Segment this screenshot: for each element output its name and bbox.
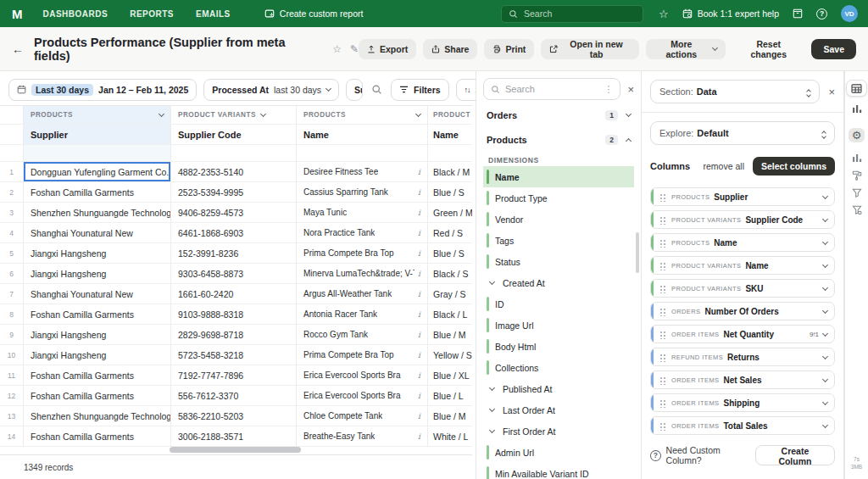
cell-supplier[interactable]: Shanghai Younatural New xyxy=(24,223,171,243)
chevron-down-icon[interactable] xyxy=(822,376,828,382)
dimension-item[interactable]: Image Url xyxy=(483,315,634,336)
info-icon[interactable]: i xyxy=(415,188,420,197)
cell-supplier[interactable]: Jiangxi Hangsheng xyxy=(24,243,171,264)
dimension-item[interactable]: Published At xyxy=(483,378,634,399)
column-header-supplier[interactable]: Supplier xyxy=(24,125,171,145)
close-icon[interactable]: × xyxy=(627,84,634,95)
column-filter-input[interactable] xyxy=(24,145,171,162)
cell-variant-name[interactable]: Gray / S xyxy=(428,284,472,304)
star-icon[interactable]: ☆ xyxy=(659,8,669,19)
open-in-new-tab-button[interactable]: Open in new tab xyxy=(541,39,638,59)
cell-variant-name[interactable]: Blue / S xyxy=(428,182,472,203)
cell-variant-name[interactable]: Red / S xyxy=(428,223,472,243)
remove-all-link[interactable]: remove all xyxy=(704,161,744,171)
dimension-item[interactable]: Status xyxy=(483,251,634,272)
column-group-header[interactable]: PRODUCTS xyxy=(24,106,171,125)
search-icon[interactable] xyxy=(371,84,382,95)
drag-handle-icon[interactable] xyxy=(659,398,665,408)
drag-handle-icon[interactable] xyxy=(659,330,665,339)
column-header-variant-name[interactable]: Name xyxy=(428,125,472,145)
filter-funnel-icon[interactable] xyxy=(852,188,862,198)
cell-supplier[interactable]: Foshan Camilla Garments xyxy=(24,304,171,325)
close-icon[interactable]: × xyxy=(828,86,835,97)
dimension-item[interactable]: ID xyxy=(483,293,634,315)
select-columns-button[interactable]: Select columns xyxy=(753,157,835,175)
dimension-item[interactable]: Name xyxy=(483,166,634,187)
chevron-down-icon[interactable] xyxy=(822,353,828,359)
chevron-down-icon[interactable] xyxy=(260,111,266,117)
chevron-down-icon[interactable] xyxy=(822,307,828,313)
cell-product-name[interactable]: Desiree Fitness Tee i xyxy=(297,162,428,182)
explore-select[interactable]: Explore: Default xyxy=(650,121,835,145)
chevron-down-icon[interactable] xyxy=(415,111,421,117)
info-icon[interactable]: i xyxy=(415,371,420,380)
help-icon[interactable]: ? xyxy=(816,8,827,19)
date-range-filter[interactable]: Last 30 days Jan 12 – Feb 11, 2025 xyxy=(8,79,197,101)
table-view-button[interactable] xyxy=(846,80,867,97)
column-chip[interactable]: PRODUCTS Supplier xyxy=(650,187,835,206)
drag-handle-icon[interactable] xyxy=(659,215,665,225)
cell-supplier-code[interactable]: 9103-9888-8318 xyxy=(171,304,297,325)
cell-product-name[interactable]: Nora Practice Tank i xyxy=(297,223,428,243)
vertical-scrollbar[interactable] xyxy=(636,232,639,273)
drag-handle-icon[interactable] xyxy=(659,307,665,316)
column-chip[interactable]: PRODUCTS Name xyxy=(650,233,835,252)
book-expert-help-button[interactable]: Book 1:1 expert help xyxy=(682,8,779,19)
nav-emails[interactable]: EMAILS xyxy=(196,9,231,19)
paint-roller-icon[interactable] xyxy=(852,170,862,181)
info-icon[interactable]: i xyxy=(415,351,420,359)
cell-product-name[interactable]: Erica Evercool Sports Bra i xyxy=(297,386,428,406)
cell-supplier[interactable]: Shenzhen Shunguangde Technology xyxy=(24,203,171,223)
cell-variant-name[interactable]: Green / M xyxy=(428,203,472,223)
drag-handle-icon[interactable] xyxy=(659,421,665,431)
column-chip[interactable]: PRODUCT VARIANTS SKU xyxy=(650,279,835,298)
chevron-down-icon[interactable] xyxy=(822,238,828,244)
dimensions-search-input[interactable]: Search ⋮ xyxy=(483,78,620,100)
cell-supplier-code[interactable]: 4882-2353-5140 xyxy=(171,162,297,182)
chevron-down-icon[interactable] xyxy=(822,398,828,404)
chart-settings-icon[interactable] xyxy=(852,153,862,163)
column-filter-input[interactable] xyxy=(428,145,472,162)
dimension-item[interactable]: Created At xyxy=(483,272,634,293)
cell-variant-name[interactable]: Yellow / S xyxy=(428,345,472,365)
cell-product-name[interactable]: Erica Evercool Sports Bra i xyxy=(297,365,428,386)
dimension-item[interactable]: Last Order At xyxy=(483,399,634,421)
info-icon[interactable]: i xyxy=(415,209,420,217)
cell-supplier-code[interactable]: 3006-2188-3571 xyxy=(171,426,297,447)
cell-supplier[interactable]: Foshan Camilla Garments xyxy=(24,182,171,203)
nav-reports[interactable]: REPORTS xyxy=(130,9,174,19)
cell-supplier-code[interactable]: 6461-1868-6903 xyxy=(171,223,297,243)
chevron-down-icon[interactable] xyxy=(822,330,828,336)
kebab-menu-icon[interactable]: ⋮ xyxy=(604,84,613,95)
create-custom-report-button[interactable]: Create custom report xyxy=(264,8,364,19)
chevron-down-icon[interactable] xyxy=(822,284,828,290)
cell-supplier-code[interactable]: 2829-9698-8718 xyxy=(171,325,297,345)
cell-supplier[interactable]: Jiangxi Hangsheng xyxy=(24,325,171,345)
cell-product-name[interactable]: Minerva LumaTech&trade; V-Tee i xyxy=(297,264,428,284)
cell-product-name[interactable]: Chloe Compete Tank i xyxy=(297,406,428,426)
info-icon[interactable]: i xyxy=(415,249,420,258)
supplier-filter[interactable]: Supplier is not blank xyxy=(346,79,363,101)
cell-supplier-code[interactable]: 9303-6458-8873 xyxy=(171,264,297,284)
cell-variant-name[interactable]: Blue / S xyxy=(428,243,472,264)
column-header-product-name[interactable]: Name xyxy=(297,125,428,145)
cell-variant-name[interactable]: Black / S xyxy=(428,264,472,284)
cell-supplier-code[interactable]: 2523-5394-9995 xyxy=(171,182,297,203)
cell-variant-name[interactable]: Blue / M xyxy=(428,325,472,345)
bar-chart-view-button[interactable] xyxy=(852,104,862,114)
cell-product-name[interactable]: Argus All-Weather Tank i xyxy=(297,284,428,304)
user-avatar[interactable]: VD xyxy=(841,5,858,22)
dimension-item[interactable]: Collections xyxy=(483,357,634,378)
whats-new-box-icon[interactable] xyxy=(793,8,803,19)
filters-button[interactable]: Filters xyxy=(391,79,449,101)
cell-supplier[interactable]: Shanghai Younatural New xyxy=(24,284,171,304)
cell-variant-name[interactable]: Blue / XL xyxy=(428,365,472,386)
cell-product-name[interactable]: Breathe-Easy Tank i xyxy=(297,426,428,447)
column-filter-input[interactable] xyxy=(171,145,297,162)
chevron-down-icon[interactable] xyxy=(822,421,828,427)
dimension-item[interactable]: Vendor xyxy=(483,209,634,230)
drag-handle-icon[interactable] xyxy=(659,353,665,362)
column-chip[interactable]: ORDER ITEMS Shipping xyxy=(650,393,835,412)
cell-supplier-code[interactable]: 9406-8259-4573 xyxy=(171,203,297,223)
column-chip[interactable]: ORDER ITEMS Net Quantity 9↑1 xyxy=(650,325,835,343)
